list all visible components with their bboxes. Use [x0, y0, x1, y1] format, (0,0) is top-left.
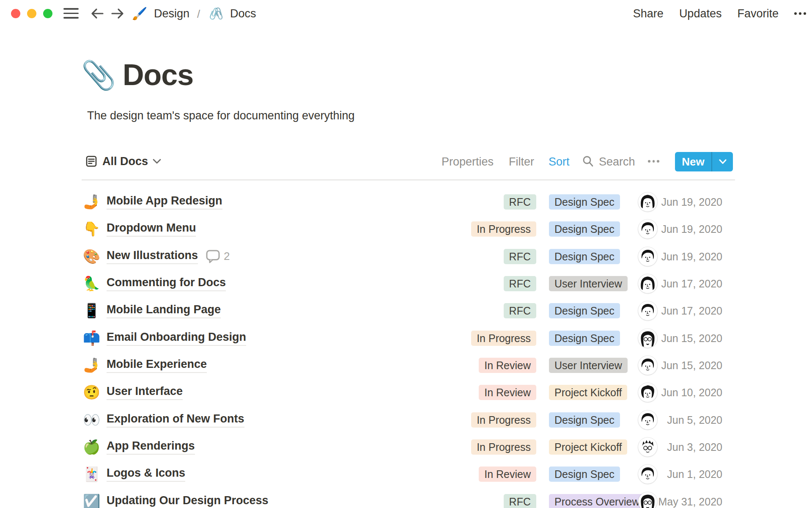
filter-button[interactable]: Filter — [509, 155, 534, 168]
table-row[interactable]: 🃏 Logos & Icons In Review Design Spec Ju… — [0, 461, 812, 488]
close-window-button[interactable] — [11, 9, 20, 18]
type-tag[interactable]: Design Spec — [549, 194, 620, 210]
table-row[interactable]: 🎨 New Illustrations 2 RFC Design Spec Ju… — [0, 243, 812, 270]
table-row[interactable]: 🍏 App Renderings In Progress Project Kic… — [0, 433, 812, 461]
type-tag[interactable]: Project Kickoff — [549, 439, 627, 455]
sort-button[interactable]: Sort — [549, 155, 570, 168]
doc-title-link[interactable]: Exploration of New Fonts — [107, 412, 244, 428]
doc-emoji: ☑️ — [83, 493, 102, 508]
new-button[interactable]: New — [675, 152, 733, 171]
status-tag[interactable]: RFC — [504, 194, 536, 210]
doc-title-link[interactable]: New Illustrations — [107, 249, 198, 264]
type-tag[interactable]: Design Spec — [549, 249, 620, 264]
doc-title-link[interactable]: Email Onboarding Design — [107, 331, 246, 346]
edited-date[interactable]: Jun 5, 2020 — [655, 414, 722, 426]
edited-date[interactable]: Jun 10, 2020 — [655, 387, 722, 399]
type-tag[interactable]: Design Spec — [549, 221, 620, 237]
status-tag[interactable]: In Review — [479, 467, 536, 482]
doc-title-link[interactable]: User Interface — [107, 385, 183, 400]
type-tag[interactable]: User Interview — [549, 358, 628, 373]
type-tag[interactable]: Design Spec — [549, 303, 620, 318]
doc-title-link[interactable]: Mobile Experience — [107, 358, 207, 373]
doc-emoji: 🤳 — [83, 357, 102, 374]
list-view-icon — [85, 155, 97, 167]
table-row[interactable]: 📫 Email Onboarding Design In Progress De… — [0, 325, 812, 352]
view-name: All Docs — [102, 155, 148, 168]
updates-button[interactable]: Updates — [679, 7, 722, 20]
more-options-icon[interactable] — [794, 12, 806, 15]
properties-button[interactable]: Properties — [442, 155, 494, 168]
status-tag[interactable]: In Review — [479, 358, 536, 373]
page-title: Docs — [123, 58, 193, 91]
table-row[interactable]: 👀 Exploration of New Fonts In Progress D… — [0, 406, 812, 433]
view-selector[interactable]: All Docs — [85, 152, 162, 171]
status-tag[interactable]: RFC — [504, 303, 536, 318]
status-tag[interactable]: In Progress — [471, 221, 536, 237]
share-button[interactable]: Share — [633, 7, 664, 20]
doc-title-link[interactable]: Commenting for Docs — [107, 276, 226, 291]
edited-date[interactable]: Jun 19, 2020 — [655, 250, 722, 262]
edited-date[interactable]: May 31, 2020 — [655, 495, 722, 508]
table-row[interactable]: 🤳 Mobile Experience In Review User Inter… — [0, 352, 812, 379]
edited-date[interactable]: Jun 19, 2020 — [655, 223, 722, 235]
status-tag[interactable]: In Progress — [471, 412, 536, 428]
forward-arrow-icon[interactable] — [110, 6, 125, 21]
doc-title-link[interactable]: Mobile App Redesign — [107, 194, 222, 210]
table-row[interactable]: ☑️ Updating Our Design Process RFC Proce… — [0, 488, 812, 508]
doc-emoji: 📱 — [83, 302, 102, 319]
edited-date[interactable]: Jun 1, 2020 — [655, 468, 722, 480]
breadcrumb-design[interactable]: Design — [154, 8, 189, 19]
comment-count-badge[interactable]: 2 — [206, 249, 230, 263]
doc-emoji: 🤨 — [83, 384, 102, 401]
type-tag[interactable]: Design Spec — [549, 331, 620, 346]
search-icon[interactable] — [582, 155, 594, 168]
edited-date[interactable]: Jun 3, 2020 — [655, 441, 722, 453]
table-row[interactable]: 🦜 Commenting for Docs RFC User Interview… — [0, 270, 812, 297]
edited-date[interactable]: Jun 19, 2020 — [655, 196, 722, 208]
edited-date[interactable]: Jun 15, 2020 — [655, 332, 722, 344]
edited-date[interactable]: Jun 17, 2020 — [655, 305, 722, 317]
status-tag[interactable]: In Progress — [471, 439, 536, 455]
view-more-options-icon[interactable] — [648, 160, 659, 163]
status-tag[interactable]: In Review — [479, 385, 536, 400]
status-tag[interactable]: RFC — [504, 276, 536, 291]
new-dropdown-icon[interactable] — [712, 152, 733, 171]
type-tag[interactable]: Design Spec — [549, 412, 620, 428]
table-header-divider — [82, 179, 735, 180]
doc-title-link[interactable]: Logos & Icons — [107, 467, 185, 482]
table-row[interactable]: 🤳 Mobile App Redesign RFC Design Spec Ju… — [0, 188, 812, 215]
comment-bubble-icon — [206, 249, 220, 263]
breadcrumb-design-icon: 🖌️ — [132, 6, 147, 21]
breadcrumb-docs[interactable]: Docs — [230, 8, 256, 19]
status-tag[interactable]: RFC — [504, 249, 536, 264]
maximize-window-button[interactable] — [43, 9, 52, 18]
doc-emoji: 🎨 — [83, 248, 102, 265]
type-tag[interactable]: Design Spec — [549, 467, 620, 482]
doc-emoji: 🦜 — [83, 275, 102, 292]
minimize-window-button[interactable] — [27, 9, 36, 18]
table-row[interactable]: 🤨 User Interface In Review Project Kicko… — [0, 379, 812, 406]
doc-title-link[interactable]: Updating Our Design Process — [107, 494, 269, 508]
type-tag[interactable]: User Interview — [549, 276, 628, 291]
type-tag[interactable]: Process Overview — [549, 494, 645, 508]
comment-count: 2 — [224, 250, 230, 263]
doc-emoji: 👇 — [83, 221, 102, 237]
doc-title-link[interactable]: App Renderings — [107, 439, 195, 455]
table-row[interactable]: 👇 Dropdown Menu In Progress Design Spec … — [0, 215, 812, 243]
table-row[interactable]: 📱 Mobile Landing Page RFC Design Spec Ju… — [0, 297, 812, 324]
edited-date[interactable]: Jun 15, 2020 — [655, 359, 722, 371]
page-icon[interactable]: 📎 — [81, 58, 116, 91]
doc-title-link[interactable]: Dropdown Menu — [107, 221, 196, 237]
sidebar-menu-icon[interactable] — [63, 8, 79, 19]
status-tag[interactable]: RFC — [504, 494, 536, 508]
search-button[interactable]: Search — [599, 155, 635, 168]
page-subtitle: The design team's space for documenting … — [87, 109, 355, 122]
favorite-button[interactable]: Favorite — [737, 7, 779, 20]
chevron-down-icon — [152, 158, 162, 164]
new-button-label[interactable]: New — [675, 152, 711, 171]
edited-date[interactable]: Jun 17, 2020 — [655, 277, 722, 290]
back-arrow-icon[interactable] — [90, 6, 105, 21]
type-tag[interactable]: Project Kickoff — [549, 385, 627, 400]
doc-title-link[interactable]: Mobile Landing Page — [107, 303, 221, 318]
status-tag[interactable]: In Progress — [471, 331, 536, 346]
